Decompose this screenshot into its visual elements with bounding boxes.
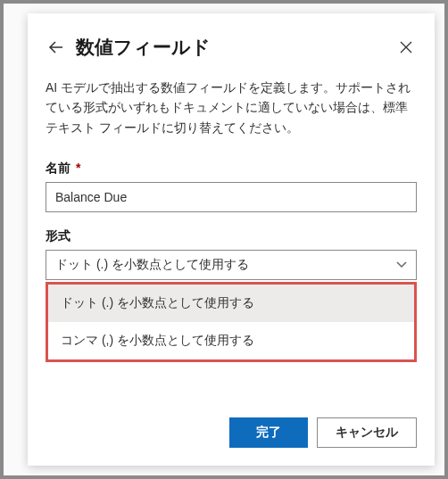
format-select-wrapper: ドット (.) を小数点として使用する ドット (.) を小数点として使用する … — [46, 250, 417, 362]
required-indicator: * — [76, 161, 80, 175]
format-field-group: 形式 ドット (.) を小数点として使用する ドット (.) を小数点として使用… — [46, 228, 417, 362]
chevron-down-icon — [396, 259, 407, 271]
name-label-text: 名前 — [46, 161, 71, 175]
description-text: AI モデルで抽出する数値フィールドを定義します。サポートされている形式がいずれ… — [46, 78, 417, 137]
dialog-title: 数値フィールド — [76, 35, 211, 60]
close-icon[interactable] — [395, 37, 417, 58]
name-label: 名前 * — [46, 161, 417, 177]
background-overlay: 数値フィールド AI モデルで抽出する数値フィールドを定義します。サポートされて… — [4, 4, 444, 475]
format-option-comma[interactable]: コンマ (,) を小数点として使用する — [48, 322, 414, 359]
cancel-button[interactable]: キャンセル — [317, 417, 417, 448]
back-arrow-icon[interactable] — [46, 37, 67, 58]
dialog-panel: 数値フィールド AI モデルで抽出する数値フィールドを定義します。サポートされて… — [28, 13, 435, 466]
name-input[interactable] — [46, 182, 417, 212]
format-label: 形式 — [46, 228, 417, 244]
done-button[interactable]: 完了 — [229, 417, 308, 448]
format-select[interactable]: ドット (.) を小数点として使用する — [46, 250, 417, 280]
format-option-dot[interactable]: ドット (.) を小数点として使用する — [48, 285, 414, 322]
format-dropdown: ドット (.) を小数点として使用する コンマ (,) を小数点として使用する — [46, 282, 417, 362]
name-field-group: 名前 * — [46, 161, 417, 212]
dialog-header: 数値フィールド — [46, 35, 417, 60]
dialog-footer: 完了 キャンセル — [229, 417, 417, 448]
format-selected-text: ドット (.) を小数点として使用する — [55, 257, 249, 273]
